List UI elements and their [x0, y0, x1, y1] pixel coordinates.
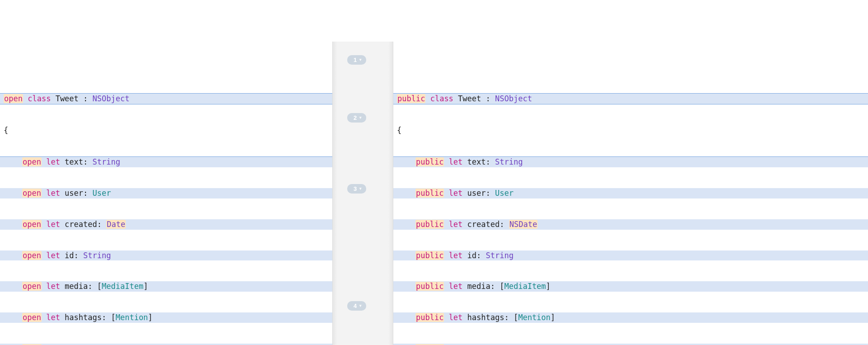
blank: [0, 62, 332, 73]
prop-created[interactable]: public let created: NSDate: [393, 219, 868, 230]
prop-hashtags[interactable]: open let hashtags: [Mention]: [0, 312, 332, 323]
prop-text[interactable]: open let text: String: [0, 156, 332, 167]
class-decl[interactable]: open class Tweet : NSObject: [0, 93, 332, 104]
diff-pill-2[interactable]: 2▾: [347, 113, 366, 123]
class-decl[interactable]: public class Tweet : NSObject: [393, 93, 868, 104]
prop-hashtags[interactable]: public let hashtags: [Mention]: [393, 312, 868, 323]
prop-id[interactable]: open let id: String: [0, 250, 332, 261]
prop-created[interactable]: open let created: Date: [0, 219, 332, 230]
chevron-down-icon: ▾: [359, 57, 362, 62]
left-pane[interactable]: open class Tweet : NSObject { open let t…: [0, 42, 332, 345]
chevron-down-icon: ▾: [359, 303, 362, 308]
brace: {: [393, 125, 868, 136]
brace: {: [0, 125, 332, 136]
prop-text[interactable]: public let text: String: [393, 156, 868, 167]
diff-pill-4[interactable]: 4▾: [347, 301, 366, 311]
prop-user[interactable]: open let user: User: [0, 188, 332, 198]
diff-gutter: 1▾ 2▾ 3▾ 4▾: [332, 42, 393, 345]
prop-media[interactable]: open let media: [MediaItem]: [0, 281, 332, 292]
prop-media[interactable]: public let media: [MediaItem]: [393, 281, 868, 292]
diff-pill-1[interactable]: 1▾: [347, 55, 366, 65]
chevron-down-icon: ▾: [359, 186, 362, 191]
prop-id[interactable]: public let id: String: [393, 250, 868, 261]
blank: [393, 62, 868, 73]
diff-pill-3[interactable]: 3▾: [347, 184, 366, 194]
right-pane[interactable]: public class Tweet : NSObject { public l…: [393, 42, 868, 345]
diff-view: open class Tweet : NSObject { open let t…: [0, 42, 868, 345]
prop-user[interactable]: public let user: User: [393, 188, 868, 198]
chevron-down-icon: ▾: [359, 115, 362, 120]
